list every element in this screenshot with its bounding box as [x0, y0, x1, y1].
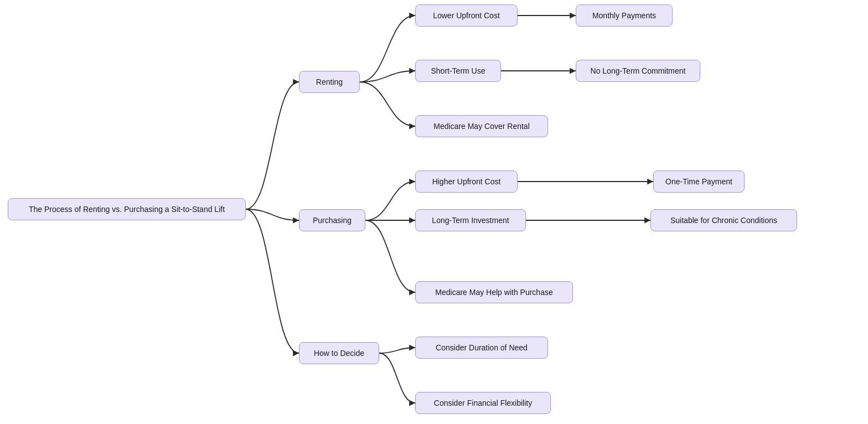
node-chronic: Suitable for Chronic Conditions — [650, 209, 797, 231]
node-financial: Consider Financial Flexibility — [415, 392, 551, 414]
node-root: The Process of Renting vs. Purchasing a … — [8, 198, 246, 220]
node-higher_upfront: Higher Upfront Cost — [415, 170, 518, 193]
node-how_to_decide: How to Decide — [299, 342, 379, 364]
node-medicare_purchase: Medicare May Help with Purchase — [415, 281, 573, 303]
node-purchasing: Purchasing — [299, 209, 365, 231]
node-lower_upfront: Lower Upfront Cost — [415, 4, 518, 27]
node-short_term: Short-Term Use — [415, 60, 501, 82]
node-medicare_rental: Medicare May Cover Rental — [415, 115, 548, 137]
node-renting: Renting — [299, 71, 360, 93]
diagram-container: The Process of Renting vs. Purchasing a … — [0, 0, 868, 424]
node-no_longterm: No Long-Term Commitment — [576, 60, 700, 82]
node-monthly: Monthly Payments — [576, 4, 673, 27]
node-one_time: One-Time Payment — [653, 170, 745, 193]
node-duration: Consider Duration of Need — [415, 337, 548, 359]
node-long_term: Long-Term Investment — [415, 209, 526, 231]
